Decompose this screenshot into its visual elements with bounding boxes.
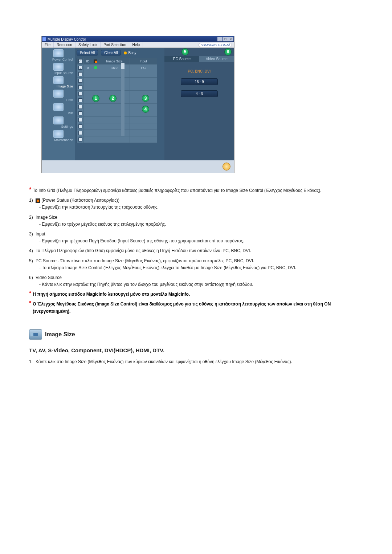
power-icon bbox=[53, 49, 64, 57]
menu-safety-lock[interactable]: Safety Lock bbox=[75, 42, 101, 48]
row-checkbox[interactable] bbox=[78, 92, 82, 96]
row-checkbox[interactable] bbox=[78, 138, 82, 141]
menu-port-selection[interactable]: Port Selection bbox=[101, 42, 129, 48]
callout-6: 6 bbox=[225, 49, 231, 55]
tab-video-source[interactable]: Video Source bbox=[199, 56, 234, 62]
right-panel: 5 6 PC Source Video Source PC, BNC, DVI … bbox=[164, 48, 234, 160]
settings-icon bbox=[53, 116, 64, 124]
callout-5: 5 bbox=[182, 49, 188, 55]
list-item: 4) Το Πλέγμα Πληροφοριών (Info Grid) εμφ… bbox=[29, 247, 365, 254]
list-item: 2) Image Size - Εμφανίζει το τρέχον μέγε… bbox=[29, 214, 365, 228]
grid-row[interactable] bbox=[77, 84, 157, 91]
center-panel: Select All Clear All Busy ID Image Size … bbox=[75, 48, 164, 160]
maximize-icon[interactable]: □ bbox=[223, 37, 228, 41]
list-item: 1. Κάντε κλικ στο Image Size (Μέγεθος Ει… bbox=[29, 358, 365, 365]
row-checkbox[interactable] bbox=[78, 105, 82, 109]
star-icon: * bbox=[29, 291, 33, 298]
close-icon[interactable]: × bbox=[228, 37, 233, 41]
list-item: 1) (Power Status (Κατάσταση Λειτουργίας)… bbox=[29, 197, 365, 211]
section-header: Image Size bbox=[29, 329, 365, 340]
minimize-icon[interactable]: _ bbox=[217, 37, 222, 41]
grid-row[interactable] bbox=[77, 136, 157, 143]
row-checkbox[interactable] bbox=[78, 118, 82, 122]
sidebar-item-pip[interactable]: PIP bbox=[42, 103, 75, 115]
grid-row[interactable] bbox=[77, 130, 157, 136]
row-checkbox[interactable] bbox=[78, 85, 82, 89]
callout-4: 4 bbox=[142, 106, 149, 112]
grid-header: ID Image Size Input bbox=[77, 58, 157, 65]
col-status-icon bbox=[92, 58, 99, 64]
app-icon bbox=[42, 37, 46, 41]
grid-row[interactable] bbox=[77, 117, 157, 123]
star-icon: * bbox=[29, 301, 33, 315]
sidebar: Power Control Input Source Image Size Ti… bbox=[42, 48, 75, 160]
sidebar-item-time[interactable]: Time bbox=[42, 90, 75, 102]
list-item: 3) Input - Εμφανίζει την τρέχουσα Πηγή Ε… bbox=[29, 231, 365, 245]
input-source-icon bbox=[53, 63, 64, 71]
app-body: Power Control Input Source Image Size Ti… bbox=[42, 48, 234, 160]
scrollbar[interactable] bbox=[121, 63, 124, 136]
window-titlebar: Multiple Display Control _ □ × bbox=[42, 36, 234, 42]
cell-size: 16:9 bbox=[99, 65, 130, 71]
grid-row[interactable]: 0 16:9 PC bbox=[77, 65, 157, 71]
col-id: ID bbox=[84, 58, 92, 64]
row-checkbox[interactable] bbox=[78, 66, 82, 70]
option-4-3-button[interactable]: 4 : 3 bbox=[181, 90, 218, 97]
row-checkbox[interactable] bbox=[78, 131, 82, 135]
window-title: Multiple Display Control bbox=[48, 37, 86, 41]
document-body: * Το Info Grid (Πλέγμα Πληροφοριών) εμφα… bbox=[29, 187, 365, 365]
sidebar-item-image-size[interactable]: Image Size bbox=[42, 76, 75, 88]
subheading: TV, AV, S-Video, Component, DVI(HDCP), H… bbox=[29, 346, 365, 355]
sidebar-item-settings[interactable]: Settings bbox=[42, 116, 75, 128]
cell-id: 0 bbox=[84, 65, 92, 71]
busy-indicator: Busy bbox=[124, 51, 136, 55]
power-status-icon bbox=[36, 198, 40, 203]
tab-pc-source[interactable]: PC Source bbox=[164, 56, 199, 62]
note-intro: * Το Info Grid (Πλέγμα Πληροφοριών) εμφα… bbox=[29, 187, 365, 194]
sidebar-item-input-source[interactable]: Input Source bbox=[42, 63, 75, 75]
image-size-icon bbox=[53, 76, 64, 84]
sidebar-item-maintenance[interactable]: Maintenance bbox=[42, 130, 75, 142]
list-item: 6) Video Source - Κάντε κλικ στην καρτέλ… bbox=[29, 274, 365, 288]
col-input: Input bbox=[130, 58, 157, 64]
warning-icon bbox=[222, 163, 230, 171]
menu-remocon[interactable]: Remocon bbox=[54, 42, 75, 48]
menu-help[interactable]: Help bbox=[129, 42, 143, 48]
tab-row: PC Source Video Source bbox=[164, 56, 234, 62]
row-checkbox[interactable] bbox=[78, 98, 82, 102]
callout-1: 1 bbox=[93, 95, 99, 102]
sidebar-item-power-control[interactable]: Power Control bbox=[42, 49, 75, 61]
grid-row[interactable] bbox=[77, 123, 157, 130]
list-item: 5) PC Source - Όταν κάνετε κλικ στο Imag… bbox=[29, 258, 365, 271]
star-icon: * bbox=[29, 187, 33, 194]
time-icon bbox=[53, 90, 64, 98]
app-window: Multiple Display Control _ □ × File Remo… bbox=[42, 36, 234, 173]
option-16-9-button[interactable]: 16 : 9 bbox=[181, 78, 218, 85]
header-checkbox[interactable] bbox=[78, 59, 82, 63]
busy-icon bbox=[124, 52, 127, 54]
image-size-section-icon bbox=[29, 329, 42, 340]
callout-3: 3 bbox=[142, 95, 149, 102]
menubar: File Remocon Safety Lock Port Selection … bbox=[42, 42, 234, 48]
select-all-button[interactable]: Select All bbox=[77, 50, 98, 56]
row-checkbox[interactable] bbox=[78, 72, 82, 76]
note-on-only: * Ο Έλεγχος Μεγέθους Εικόνας (Image Size… bbox=[29, 301, 365, 315]
cell-input: PC bbox=[130, 65, 157, 71]
status-on-icon bbox=[94, 66, 97, 69]
grid-row[interactable] bbox=[77, 71, 157, 78]
panel-source-label: PC, BNC, DVI bbox=[188, 69, 211, 73]
menu-file[interactable]: File bbox=[42, 42, 54, 48]
pip-icon bbox=[53, 103, 64, 111]
status-strip bbox=[42, 160, 234, 173]
grid-row[interactable] bbox=[77, 78, 157, 84]
row-checkbox[interactable] bbox=[78, 111, 82, 115]
row-checkbox[interactable] bbox=[78, 124, 82, 128]
col-image-size: Image Size bbox=[99, 58, 130, 64]
clear-all-button[interactable]: Clear All bbox=[101, 50, 121, 56]
callout-2: 2 bbox=[110, 95, 116, 102]
brand-label: SAMSUNG DIGITall bbox=[196, 42, 234, 48]
note-magicinfo: * Η πηγή σήματος εισόδου MagicInfo λειτο… bbox=[29, 291, 365, 298]
scrollbar-thumb[interactable] bbox=[121, 63, 124, 69]
maintenance-icon bbox=[53, 130, 64, 138]
row-checkbox[interactable] bbox=[78, 79, 82, 83]
